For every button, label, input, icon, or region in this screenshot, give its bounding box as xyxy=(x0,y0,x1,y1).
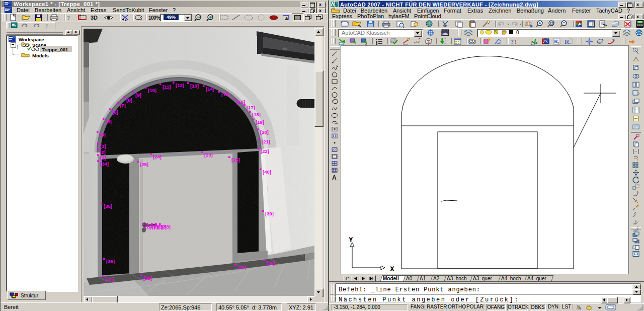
svg-text:A: A xyxy=(332,174,337,181)
svg-text:[3]: [3] xyxy=(100,143,106,149)
svg-text:[4]: [4] xyxy=(100,132,106,137)
svg-text:[18]: [18] xyxy=(252,112,261,117)
svg-text:[15]: [15] xyxy=(221,92,230,97)
svg-text:?: ? xyxy=(45,23,48,29)
svg-text:[6]: [6] xyxy=(112,109,118,115)
svg-text:[28]: [28] xyxy=(143,275,152,281)
svg-text:[19]: [19] xyxy=(256,119,264,125)
svg-text:[37]: [37] xyxy=(105,276,114,282)
svg-text:[40]: [40] xyxy=(263,169,271,175)
svg-text:[36]: [36] xyxy=(106,259,115,264)
svg-text:[5]: [5] xyxy=(106,119,112,124)
svg-text:[10]: [10] xyxy=(148,88,156,93)
svg-text:[35]: [35] xyxy=(104,203,112,209)
svg-text:[20]: [20] xyxy=(260,129,269,135)
svg-text:[25]: [25] xyxy=(140,162,148,167)
svg-text:!: ! xyxy=(15,24,16,28)
svg-text:0: 0 xyxy=(516,30,519,35)
svg-text:[38]: [38] xyxy=(266,260,275,266)
svg-text:s: s xyxy=(557,41,559,45)
svg-text:[7]: [7] xyxy=(120,103,126,108)
svg-text:[34]: [34] xyxy=(100,161,109,167)
svg-text:[23]: [23] xyxy=(204,152,213,158)
svg-text:[26]: [26] xyxy=(231,157,240,163)
svg-text:[33]: [33] xyxy=(162,224,171,229)
svg-text:?: ? xyxy=(67,14,70,22)
svg-text:[16]: [16] xyxy=(236,99,245,105)
svg-text:[39]: [39] xyxy=(265,211,274,216)
svg-text:!: ! xyxy=(515,38,517,45)
svg-text:[27]: [27] xyxy=(237,265,246,270)
svg-text:[14]: [14] xyxy=(206,86,214,92)
svg-text:100%: 100% xyxy=(148,15,160,21)
svg-text:[11]: [11] xyxy=(163,84,171,90)
svg-text:?: ? xyxy=(511,38,514,45)
svg-text:R: R xyxy=(565,38,570,45)
svg-text:[12]: [12] xyxy=(176,83,184,88)
svg-text:[9]: [9] xyxy=(135,92,141,98)
svg-text:[8]: [8] xyxy=(126,97,132,103)
svg-text:3D: 3D xyxy=(91,15,98,21)
svg-text:[13]: [13] xyxy=(190,83,199,89)
svg-text:X: X xyxy=(390,266,394,272)
svg-text:120: 120 xyxy=(427,41,432,44)
svg-text:[1]: [1] xyxy=(100,155,106,161)
svg-text:[2]: [2] xyxy=(100,149,106,155)
svg-text:[17]: [17] xyxy=(247,105,255,110)
svg-text:[21]: [21] xyxy=(262,139,270,144)
svg-text:Y: Y xyxy=(349,237,353,243)
svg-text:[24]: [24] xyxy=(153,154,162,160)
svg-text:[22]: [22] xyxy=(261,148,269,154)
